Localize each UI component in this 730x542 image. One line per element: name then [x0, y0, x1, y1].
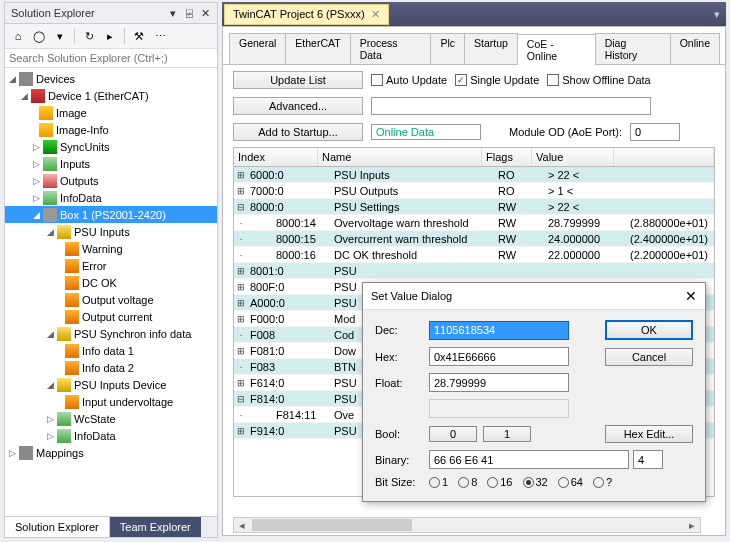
tree-error[interactable]: Error [5, 257, 217, 274]
tree-image[interactable]: Image [5, 104, 217, 121]
row-expander-icon[interactable]: · [236, 410, 246, 420]
bool-0-button[interactable]: 0 [429, 426, 477, 442]
table-row[interactable]: ⊞8001:0PSU [234, 263, 714, 279]
pin-icon[interactable]: ⍯ [183, 7, 195, 19]
float-input[interactable] [429, 373, 569, 392]
tree-psu-dev[interactable]: ◢PSU Inputs Device [5, 376, 217, 393]
tree-device1[interactable]: ◢Device 1 (EtherCAT) [5, 87, 217, 104]
col-flags[interactable]: Flags [482, 148, 532, 166]
cancel-button[interactable]: Cancel [605, 348, 693, 366]
tree-mappings[interactable]: ▷Mappings [5, 444, 217, 461]
tree-infodata[interactable]: ▷InfoData [5, 189, 217, 206]
tab-overflow-icon[interactable]: ▾ [714, 8, 720, 21]
back-icon[interactable]: ◯ [30, 27, 48, 45]
col-value[interactable]: Value [532, 148, 614, 166]
tree-dcok[interactable]: DC OK [5, 274, 217, 291]
solution-tree[interactable]: ◢Devices ◢Device 1 (EtherCAT) Image Imag… [5, 68, 217, 498]
tree-devices[interactable]: ◢Devices [5, 70, 217, 87]
close-tab-icon[interactable]: ✕ [371, 8, 380, 21]
inner-tab-diag-history[interactable]: Diag History [595, 33, 671, 64]
col-unit[interactable] [614, 148, 714, 166]
scroll-thumb[interactable] [252, 519, 412, 531]
tree-warning[interactable]: Warning [5, 240, 217, 257]
advanced-input[interactable] [371, 97, 651, 115]
bool-1-button[interactable]: 1 [483, 426, 531, 442]
hex-edit-button[interactable]: Hex Edit... [605, 425, 693, 443]
inner-tab-coe-online[interactable]: CoE - Online [517, 34, 596, 65]
tree-outputs[interactable]: ▷Outputs [5, 172, 217, 189]
hex-input[interactable] [429, 347, 569, 366]
refresh-icon[interactable]: ↻ [80, 27, 98, 45]
dec-input[interactable] [429, 321, 569, 340]
bitsize-radio-32[interactable]: 32 [523, 476, 548, 488]
show-offline-checkbox[interactable]: Show Offline Data [547, 74, 650, 86]
bitsize-radio-64[interactable]: 64 [558, 476, 583, 488]
bitsize-radio-8[interactable]: 8 [458, 476, 477, 488]
inner-tab-plc[interactable]: Plc [430, 33, 465, 64]
row-expander-icon[interactable]: ⊞ [236, 282, 246, 292]
advanced-button[interactable]: Advanced... [233, 97, 363, 115]
tree-box1[interactable]: ◢Box 1 (PS2001-2420) [5, 206, 217, 223]
row-expander-icon[interactable]: · [236, 362, 246, 372]
tree-psu-inputs[interactable]: ◢PSU Inputs [5, 223, 217, 240]
table-row[interactable]: ⊞6000:0PSU InputsRO> 22 < [234, 167, 714, 183]
inner-tab-general[interactable]: General [229, 33, 286, 64]
scroll-right-icon[interactable]: ▸ [684, 519, 700, 532]
inner-tab-ethercat[interactable]: EtherCAT [285, 33, 350, 64]
properties-icon[interactable]: ⚒ [130, 27, 148, 45]
add-startup-button[interactable]: Add to Startup... [233, 123, 363, 141]
row-expander-icon[interactable]: ⊞ [236, 426, 246, 436]
dropdown-icon[interactable]: ▾ [167, 7, 179, 19]
tab-team-explorer[interactable]: Team Explorer [110, 517, 201, 537]
home-icon[interactable]: ⌂ [9, 27, 27, 45]
dialog-title-bar[interactable]: Set Value Dialog ✕ [363, 283, 705, 310]
tree-infodata2[interactable]: ▷InfoData [5, 427, 217, 444]
dialog-close-icon[interactable]: ✕ [685, 288, 697, 304]
binary-input[interactable] [429, 450, 629, 469]
col-name[interactable]: Name [318, 148, 482, 166]
row-expander-icon[interactable]: · [236, 330, 246, 340]
tree-image-info[interactable]: Image-Info [5, 121, 217, 138]
tree-wcstate[interactable]: ▷WcState [5, 410, 217, 427]
forward-icon[interactable]: ▾ [51, 27, 69, 45]
row-expander-icon[interactable]: ⊟ [236, 202, 246, 212]
table-row[interactable]: ·8000:14Overvoltage warn thresholdRW28.7… [234, 215, 714, 231]
bitsize-radio-?[interactable]: ? [593, 476, 612, 488]
row-expander-icon[interactable]: ⊞ [236, 298, 246, 308]
inner-tab-online[interactable]: Online [670, 33, 720, 64]
tree-oc[interactable]: Output current [5, 308, 217, 325]
tree-info2[interactable]: Info data 2 [5, 359, 217, 376]
show-icon[interactable]: ⋯ [151, 27, 169, 45]
row-expander-icon[interactable]: ⊞ [236, 346, 246, 356]
tree-ov[interactable]: Output voltage [5, 291, 217, 308]
row-expander-icon[interactable]: ⊞ [236, 378, 246, 388]
row-expander-icon[interactable]: ⊟ [236, 394, 246, 404]
module-od-input[interactable] [630, 123, 680, 141]
table-row[interactable]: ⊟8000:0PSU SettingsRW> 22 < [234, 199, 714, 215]
col-index[interactable]: Index [234, 148, 318, 166]
tree-psu-sync[interactable]: ◢PSU Synchron info data [5, 325, 217, 342]
inner-tab-startup[interactable]: Startup [464, 33, 518, 64]
collapse-icon[interactable]: ▸ [101, 27, 119, 45]
update-list-button[interactable]: Update List [233, 71, 363, 89]
close-icon[interactable]: ✕ [199, 7, 211, 19]
bitsize-radio-1[interactable]: 1 [429, 476, 448, 488]
binary-len-input[interactable] [633, 450, 663, 469]
row-expander-icon[interactable]: · [236, 218, 246, 228]
table-row[interactable]: ⊞7000:0PSU OutputsRO> 1 < [234, 183, 714, 199]
tree-undervolt[interactable]: Input undervoltage [5, 393, 217, 410]
tab-solution-explorer[interactable]: Solution Explorer [5, 517, 110, 537]
table-row[interactable]: ·8000:15Overcurrent warn thresholdRW24.0… [234, 231, 714, 247]
table-row[interactable]: ·8000:16DC OK thresholdRW22.000000(2.200… [234, 247, 714, 263]
horizontal-scrollbar[interactable]: ◂ ▸ [233, 517, 701, 533]
row-expander-icon[interactable]: ⊞ [236, 266, 246, 276]
tree-info1[interactable]: Info data 1 [5, 342, 217, 359]
inner-tab-process-data[interactable]: Process Data [350, 33, 432, 64]
doc-tab-twincat[interactable]: TwinCAT Project 6 (PSxxx) ✕ [224, 4, 389, 25]
bitsize-radio-16[interactable]: 16 [487, 476, 512, 488]
row-expander-icon[interactable]: · [236, 250, 246, 260]
ok-button[interactable]: OK [605, 320, 693, 340]
scroll-left-icon[interactable]: ◂ [234, 519, 250, 532]
row-expander-icon[interactable]: ⊞ [236, 186, 246, 196]
row-expander-icon[interactable]: ⊞ [236, 170, 246, 180]
